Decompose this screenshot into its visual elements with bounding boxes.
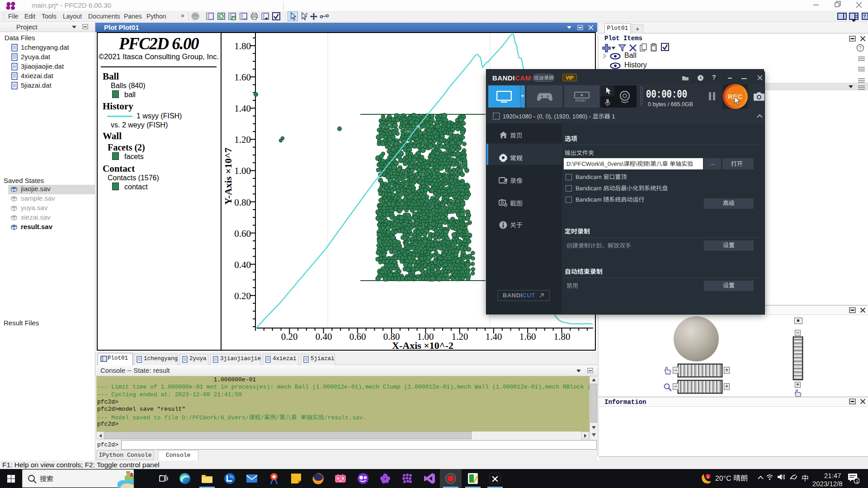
- svg-text:?: ?: [863, 14, 866, 19]
- svg-text:1: 1: [707, 474, 709, 479]
- svg-text:?: ?: [305, 12, 308, 17]
- svg-text:1: 1: [856, 479, 858, 483]
- svg-text:H D M I: H D M I: [576, 99, 585, 102]
- svg-text:?: ?: [859, 45, 862, 51]
